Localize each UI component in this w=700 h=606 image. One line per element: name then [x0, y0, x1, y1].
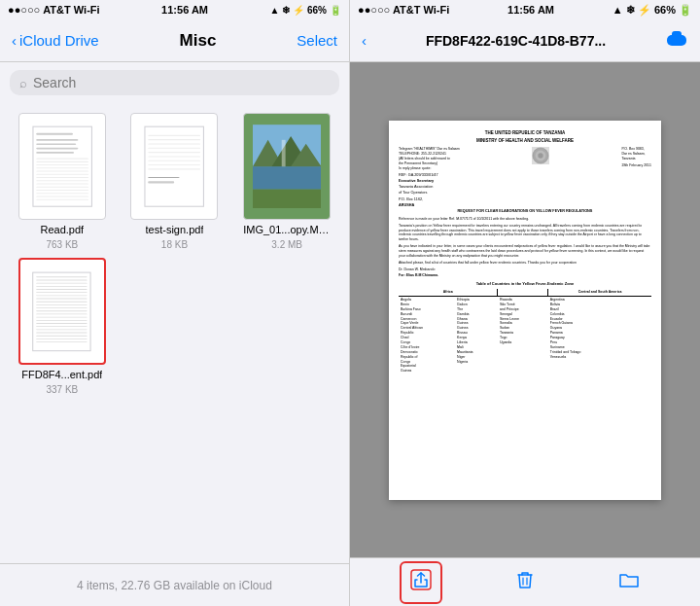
back-button[interactable]: ‹ iCloud Drive — [12, 32, 99, 49]
svg-rect-27 — [148, 160, 200, 161]
pdf-ref: REF: GA.209/333/01/47 — [399, 173, 651, 178]
pdf-toolbar — [350, 557, 700, 606]
svg-rect-65 — [671, 38, 682, 43]
svg-rect-2 — [36, 139, 78, 141]
pdf-address: Telegram "HEALTHIMIS" Dar es Salaam TELE… — [399, 147, 460, 170]
nav-title: Misc — [180, 31, 217, 51]
svg-rect-43 — [36, 282, 88, 283]
file-name: FFD8F4...ent.pdf — [21, 369, 102, 380]
folder-button[interactable] — [608, 561, 650, 604]
svg-rect-59 — [36, 332, 88, 333]
svg-rect-52 — [36, 310, 88, 311]
carrier-name-right: AT&T Wi-Fi — [393, 4, 449, 16]
svg-rect-15 — [36, 187, 88, 188]
pdf-address-right: P.O. Box 9083, Dar es Salaam, Tanzania 2… — [621, 147, 651, 170]
africa-col2: EthiopiaGabonTheGambiaGhanaGuineaGuineaB… — [455, 297, 498, 375]
svg-rect-12 — [36, 177, 88, 178]
right-signal: ●●○○○ AT&T Wi-Fi — [358, 4, 449, 16]
svg-rect-21 — [148, 135, 200, 136]
svg-rect-54 — [36, 316, 88, 317]
svg-rect-61 — [36, 339, 88, 339]
carrier-name: AT&T Wi-Fi — [43, 4, 99, 16]
svg-rect-46 — [36, 292, 88, 293]
file-name: test-sign.pdf — [146, 224, 204, 235]
left-battery: ▲ ❄ ⚡ 66% 🔋 — [270, 5, 341, 16]
icloud-icon — [665, 28, 688, 53]
left-status-bar: ●●○○○ AT&T Wi-Fi 11:56 AM ▲ ❄ ⚡ 66% 🔋 — [0, 0, 349, 19]
pdf-attached: Attached please, find a list of countrie… — [399, 261, 651, 266]
svg-rect-56 — [36, 323, 88, 324]
svg-rect-11 — [36, 174, 88, 175]
pdf-icon — [140, 125, 208, 208]
svg-rect-22 — [148, 139, 200, 140]
svg-rect-47 — [36, 295, 88, 296]
svg-rect-18 — [36, 196, 88, 196]
search-icon: ⌕ — [19, 76, 27, 90]
file-size: 337 KB — [46, 384, 78, 395]
pdf-countries-table: Africa Central and South America AngolaB… — [399, 289, 651, 374]
africa-col1: AngolaBeninBurkina FasoBurundiCameroonCa… — [399, 297, 455, 375]
search-input[interactable] — [33, 75, 330, 90]
svg-rect-17 — [36, 193, 88, 194]
pdf-header-line1: THE UNITED REPUBLIC OF TANZANIA — [399, 130, 651, 136]
svg-rect-30 — [148, 177, 179, 178]
svg-rect-3 — [36, 143, 76, 145]
svg-rect-9 — [36, 167, 88, 168]
svg-rect-20 — [145, 126, 203, 206]
pdf-body2: Tanzania's position on Yellow fever requ… — [399, 224, 651, 243]
pdf-tanzania: Tanzania Association — [399, 185, 651, 190]
file-size: 18 KB — [161, 239, 188, 250]
svg-rect-50 — [36, 304, 88, 305]
svg-rect-51 — [36, 307, 88, 308]
left-signal: ●●○○○ AT&T Wi-Fi — [8, 4, 100, 16]
svg-rect-58 — [36, 329, 88, 330]
svg-rect-16 — [36, 190, 88, 191]
share-icon — [410, 569, 432, 595]
file-thumbnail-selected — [18, 258, 106, 365]
battery-icon-right: 🔋 — [679, 4, 692, 16]
svg-rect-1 — [36, 132, 73, 134]
signal-dots-right: ●●○○○ — [358, 4, 390, 16]
file-size: 763 KB — [46, 239, 78, 250]
svg-rect-10 — [36, 170, 88, 171]
svg-rect-23 — [148, 143, 200, 144]
file-name: IMG_01...opy.MOV — [243, 224, 331, 235]
svg-rect-55 — [36, 319, 88, 320]
pdf-body: Reference is made on your letter Ref. M.… — [399, 217, 651, 222]
search-bar: ⌕ — [0, 62, 349, 103]
svg-point-68 — [538, 153, 542, 158]
delete-button[interactable] — [504, 561, 546, 604]
svg-rect-41 — [36, 276, 88, 277]
file-name: Read.pdf — [41, 224, 85, 235]
svg-rect-0 — [33, 126, 91, 206]
battery-pct: 66% — [307, 5, 327, 16]
list-item[interactable]: FFD8F4...ent.pdf 337 KB — [10, 258, 115, 395]
list-item[interactable]: Read.pdf 763 KB — [10, 113, 115, 250]
svg-rect-28 — [148, 164, 200, 165]
pdf-icon — [28, 125, 96, 208]
status-icons-right: ▲ ❄ ⚡ — [612, 4, 651, 16]
svg-rect-8 — [36, 164, 88, 165]
file-thumbnail — [130, 113, 218, 220]
list-item[interactable]: test-sign.pdf 18 KB — [122, 113, 228, 250]
share-button[interactable] — [400, 561, 442, 604]
svg-rect-4 — [36, 148, 78, 150]
battery-pct-right: 66% — [654, 4, 676, 16]
pdf-pobox: P.O. Box 1162, — [399, 197, 651, 202]
file-grid: Read.pdf 763 KB — [0, 103, 349, 563]
list-item[interactable]: IMG_01...opy.MOV 3.2 MB — [234, 113, 339, 250]
svg-rect-5 — [36, 152, 74, 154]
status-icons: ▲ ❄ ⚡ — [270, 5, 304, 16]
pdf-signatory: Dr. Donan W. Mmbando — [399, 267, 651, 272]
select-button[interactable]: Select — [297, 32, 337, 49]
svg-rect-39 — [282, 140, 286, 166]
chevron-left-icon: ‹ — [12, 32, 17, 49]
svg-rect-24 — [148, 148, 200, 149]
svg-rect-14 — [36, 183, 88, 184]
search-wrap[interactable]: ⌕ — [10, 70, 339, 95]
pdf-page: THE UNITED REPUBLIC OF TANZANIA MINISTRY… — [389, 121, 661, 500]
right-status-bar: ●●○○○ AT&T Wi-Fi 11:56 AM ▲ ❄ ⚡ 66% 🔋 — [350, 0, 700, 19]
svg-rect-29 — [148, 168, 200, 169]
pdf-seal — [532, 147, 549, 164]
svg-rect-48 — [36, 298, 88, 299]
